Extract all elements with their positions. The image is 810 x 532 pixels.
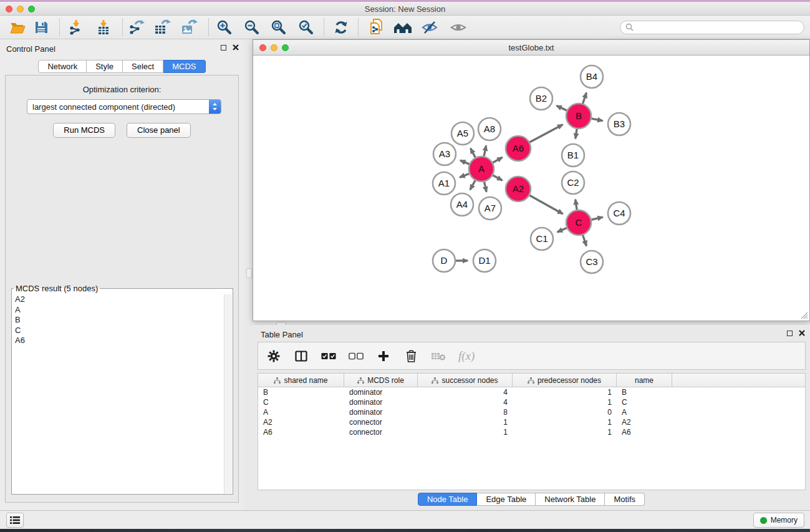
graph-node-A1[interactable]: A1 bbox=[433, 172, 455, 195]
graph-edge-A-A5[interactable] bbox=[471, 148, 476, 158]
graph-edge-B-B2[interactable] bbox=[556, 105, 567, 110]
graph-edge-C-C2[interactable] bbox=[576, 200, 577, 210]
close-table-panel-icon[interactable] bbox=[799, 330, 805, 336]
graph-node-D1[interactable]: D1 bbox=[473, 249, 496, 272]
hide-panels-icon[interactable] bbox=[420, 18, 440, 37]
float-table-panel-icon[interactable] bbox=[787, 331, 793, 336]
mcds-result-scrollbar[interactable] bbox=[224, 294, 232, 493]
graph-edge-A-A3[interactable] bbox=[460, 160, 470, 164]
run-mcds-button[interactable]: Run MCDS bbox=[53, 123, 115, 138]
graph-node-B3[interactable]: B3 bbox=[608, 113, 630, 135]
graph-node-B1[interactable]: B1 bbox=[562, 144, 584, 167]
graph-node-D[interactable]: D bbox=[433, 249, 455, 272]
graph-node-A7[interactable]: A7 bbox=[479, 197, 501, 220]
save-session-icon[interactable] bbox=[31, 18, 51, 37]
main-titlebar[interactable]: Session: New Session bbox=[0, 2, 810, 16]
graph-node-A4[interactable]: A4 bbox=[451, 193, 473, 216]
add-column-icon[interactable] bbox=[376, 348, 391, 364]
graph-node-A5[interactable]: A5 bbox=[451, 122, 474, 145]
refresh-icon[interactable] bbox=[331, 18, 351, 37]
zoom-selected-icon[interactable] bbox=[296, 18, 316, 37]
export-image-icon[interactable] bbox=[179, 18, 199, 37]
graph-edge-B-B4[interactable] bbox=[583, 93, 587, 104]
tab-network-table[interactable]: Network Table bbox=[536, 493, 605, 506]
graph-edge-C-C1[interactable] bbox=[557, 228, 567, 232]
graph-edge-C-C4[interactable] bbox=[591, 217, 602, 220]
mcds-result-list[interactable]: A2ABCA6 bbox=[12, 294, 223, 493]
close-panel-button[interactable]: Close panel bbox=[127, 123, 191, 138]
delete-column-trash-icon[interactable] bbox=[403, 348, 418, 364]
graph-edge-A-A6[interactable] bbox=[493, 157, 502, 163]
table-row[interactable]: Bdominator41B bbox=[258, 387, 805, 397]
table-row[interactable]: A2connector11A2 bbox=[258, 417, 805, 427]
graph-edge-B-B3[interactable] bbox=[592, 118, 603, 121]
deselect-all-icon[interactable] bbox=[349, 348, 364, 364]
mcds-result-item[interactable]: A bbox=[12, 305, 223, 316]
graph-edge-A6-B[interactable] bbox=[530, 125, 563, 142]
column-header-name[interactable]: name bbox=[617, 374, 672, 387]
resize-grip-icon[interactable] bbox=[799, 311, 808, 319]
table-row[interactable]: Cdominator41C bbox=[258, 397, 805, 407]
graph-node-C[interactable]: C bbox=[566, 210, 591, 235]
delete-table-icon[interactable] bbox=[431, 348, 446, 364]
zoom-out-icon[interactable] bbox=[242, 18, 262, 37]
float-panel-icon[interactable] bbox=[221, 45, 226, 51]
tab-edge-table[interactable]: Edge Table bbox=[477, 493, 536, 506]
open-session-icon[interactable] bbox=[7, 18, 27, 37]
mcds-result-item[interactable]: A6 bbox=[12, 336, 223, 346]
tab-mcds[interactable]: MCDS bbox=[163, 60, 205, 73]
network-canvas[interactable]: B4B2BB3A5A8A6B1A3AA1C2A2A4A7C4CC1C3DD1 bbox=[253, 56, 809, 321]
search-input[interactable] bbox=[637, 23, 799, 32]
column-header-shared-name[interactable]: shared name bbox=[258, 374, 344, 387]
column-header-mcds-role[interactable]: MCDS role bbox=[344, 374, 418, 387]
graph-node-A[interactable]: A bbox=[469, 157, 494, 181]
graph-node-C3[interactable]: C3 bbox=[581, 251, 603, 273]
graph-node-C2[interactable]: C2 bbox=[562, 172, 584, 194]
tab-node-table[interactable]: Node Table bbox=[418, 493, 478, 506]
graph-node-B2[interactable]: B2 bbox=[530, 87, 552, 110]
close-panel-icon[interactable] bbox=[233, 44, 239, 51]
mcds-result-item[interactable]: C bbox=[12, 326, 223, 336]
graph-edge-A2-C[interactable] bbox=[529, 195, 562, 214]
graph-node-B4[interactable]: B4 bbox=[581, 65, 603, 88]
graph-edge-C-C3[interactable] bbox=[583, 235, 587, 246]
vertical-divider-grip[interactable] bbox=[246, 268, 252, 278]
mcds-result-item[interactable]: B bbox=[12, 315, 223, 326]
table-row[interactable]: A6connector11A6 bbox=[258, 427, 805, 437]
graph-node-C1[interactable]: C1 bbox=[531, 228, 553, 250]
graph-node-A6[interactable]: A6 bbox=[506, 136, 531, 161]
new-network-from-selection-icon[interactable] bbox=[367, 18, 387, 37]
graph-node-A2[interactable]: A2 bbox=[506, 177, 531, 201]
export-network-icon[interactable] bbox=[127, 18, 147, 37]
zoom-fit-icon[interactable] bbox=[269, 18, 289, 37]
tab-motifs[interactable]: Motifs bbox=[605, 493, 645, 506]
show-columns-icon[interactable] bbox=[294, 348, 309, 364]
graph-node-C4[interactable]: C4 bbox=[608, 202, 630, 225]
search-field[interactable] bbox=[620, 21, 804, 34]
network-graph[interactable]: B4B2BB3A5A8A6B1A3AA1C2A2A4A7C4CC1C3DD1 bbox=[253, 56, 809, 321]
show-panels-eye-icon[interactable] bbox=[448, 18, 468, 37]
home-icon[interactable] bbox=[393, 18, 413, 37]
graph-edge-A-A8[interactable] bbox=[484, 145, 486, 156]
graph-node-B[interactable]: B bbox=[566, 104, 591, 128]
show-task-history-button[interactable] bbox=[6, 513, 24, 528]
mcds-result-item[interactable]: A2 bbox=[12, 294, 223, 305]
function-builder-icon[interactable]: f(x) bbox=[458, 349, 475, 363]
graph-node-A8[interactable]: A8 bbox=[478, 118, 501, 140]
graph-edge-A-A1[interactable] bbox=[460, 174, 469, 178]
export-table-icon[interactable] bbox=[152, 18, 172, 37]
tab-select[interactable]: Select bbox=[123, 60, 163, 73]
column-header-predecessor-nodes[interactable]: predecessor nodes bbox=[513, 374, 617, 387]
column-header-successor-nodes[interactable]: successor nodes bbox=[418, 374, 513, 387]
import-table-icon[interactable] bbox=[94, 18, 113, 37]
graph-edge-A-A4[interactable] bbox=[470, 180, 475, 190]
graph-edge-A-A7[interactable] bbox=[485, 181, 487, 191]
select-all-icon[interactable] bbox=[321, 348, 336, 364]
graph-edge-A-A2[interactable] bbox=[493, 175, 502, 180]
tab-network[interactable]: Network bbox=[38, 60, 87, 73]
import-network-icon[interactable] bbox=[66, 18, 86, 37]
criterion-dropdown[interactable]: largest connected component (directed) bbox=[27, 99, 221, 114]
graph-edge-B-B1[interactable] bbox=[576, 129, 577, 138]
graph-node-A3[interactable]: A3 bbox=[433, 143, 456, 165]
table-settings-gear-icon[interactable] bbox=[266, 348, 281, 364]
